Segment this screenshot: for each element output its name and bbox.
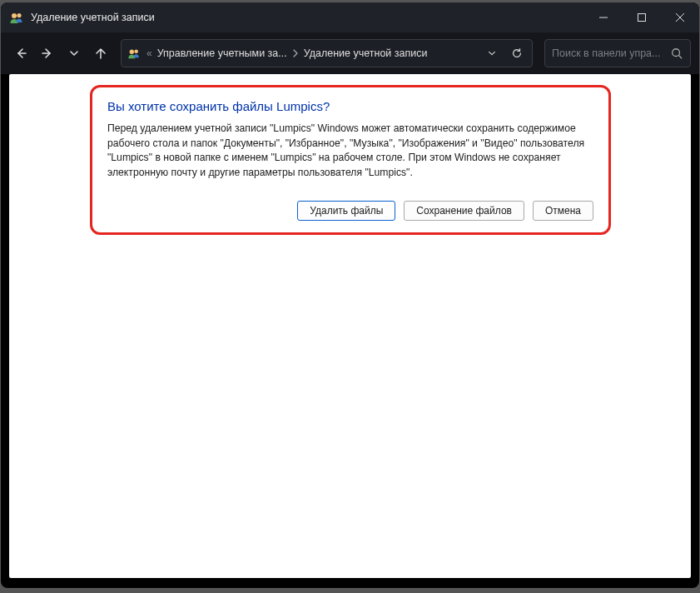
dialog-body: Перед удалением учетной записи "Lumpics"…	[107, 122, 593, 181]
up-button[interactable]	[89, 42, 112, 65]
dialog-highlight-frame: Вы хотите сохранить файлы Lumpics? Перед…	[90, 85, 611, 235]
search-box[interactable]	[544, 39, 691, 67]
back-button[interactable]	[9, 42, 32, 65]
window-title: Удаление учетной записи	[31, 12, 155, 23]
address-bar[interactable]: « Управление учетными за... Удаление уче…	[121, 39, 533, 67]
cancel-button[interactable]: Отмена	[533, 201, 593, 221]
user-accounts-icon	[9, 10, 24, 25]
dialog-button-row: Удалить файлы Сохранение файлов Отмена	[107, 201, 593, 221]
svg-point-1	[17, 13, 21, 17]
svg-point-0	[12, 13, 17, 18]
user-accounts-icon	[127, 46, 141, 61]
delete-files-button[interactable]: Удалить файлы	[297, 201, 395, 221]
dialog-title: Вы хотите сохранить файлы Lumpics?	[107, 99, 593, 113]
svg-point-4	[134, 49, 138, 53]
maximize-button[interactable]	[623, 2, 661, 32]
svg-rect-2	[638, 14, 646, 22]
search-icon[interactable]	[670, 47, 683, 60]
window: Удаление учетной записи	[1, 2, 699, 588]
search-input[interactable]	[552, 47, 665, 59]
breadcrumb-prefix: «	[146, 47, 152, 59]
address-dropdown-button[interactable]	[482, 43, 502, 63]
titlebar: Удаление учетной записи	[1, 2, 699, 32]
toolbar: « Управление учетными за... Удаление уче…	[1, 32, 699, 74]
close-button[interactable]	[661, 2, 699, 32]
recent-locations-button[interactable]	[62, 42, 86, 65]
breadcrumb-item-2[interactable]: Удаление учетной записи	[304, 47, 428, 59]
chevron-right-icon	[292, 49, 299, 57]
svg-point-3	[130, 50, 134, 54]
minimize-button[interactable]	[584, 2, 623, 32]
breadcrumb-item-1[interactable]: Управление учетными за...	[157, 47, 287, 59]
save-files-button[interactable]: Сохранение файлов	[404, 201, 524, 221]
content-area: Вы хотите сохранить файлы Lumpics? Перед…	[9, 74, 691, 578]
window-controls	[584, 2, 699, 32]
refresh-button[interactable]	[507, 43, 527, 63]
forward-button[interactable]	[36, 42, 59, 65]
